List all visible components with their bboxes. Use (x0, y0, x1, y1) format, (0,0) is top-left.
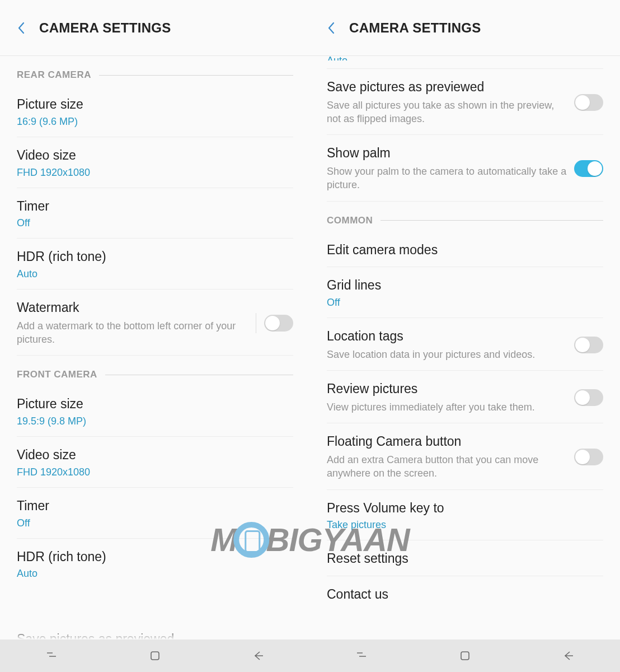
page-title: CAMERA SETTINGS (349, 20, 481, 36)
svg-rect-0 (151, 652, 159, 660)
location-tags-toggle[interactable] (574, 337, 603, 353)
review-pictures-toggle[interactable] (574, 389, 603, 406)
row-grid-lines[interactable]: Grid linesOff (327, 267, 603, 318)
recents-button[interactable] (45, 649, 58, 662)
row-show-palm[interactable]: Show palmShow your palm to the camera to… (327, 135, 603, 201)
back-nav-button[interactable] (562, 649, 575, 662)
row-location-tags[interactable]: Location tagsSave location data in your … (327, 318, 603, 371)
nav-bar (0, 640, 620, 672)
row-picture-size-rear[interactable]: Picture size16:9 (9.6 MP) (17, 86, 293, 137)
row-contact-us[interactable]: Contact us (327, 576, 603, 612)
row-video-size-front[interactable]: Video sizeFHD 1920x1080 (17, 437, 293, 488)
right-screen: CAMERA SETTINGS Auto Save pictures as pr… (310, 0, 620, 640)
row-review-pictures[interactable]: Review picturesView pictures immediately… (327, 371, 603, 423)
row-timer-rear[interactable]: TimerOff (17, 188, 293, 239)
partial-row-bottom[interactable]: Save pictures as previewed (0, 623, 310, 640)
row-picture-size-front[interactable]: Picture size19.5:9 (9.8 MP) (17, 386, 293, 437)
back-button[interactable] (16, 19, 27, 37)
row-volume-key[interactable]: Press Volume key toTake pictures (327, 490, 603, 541)
floating-button-toggle[interactable] (574, 449, 603, 465)
watermark-toggle[interactable] (264, 315, 293, 332)
header: CAMERA SETTINGS (310, 0, 620, 56)
svg-rect-1 (461, 652, 469, 660)
section-common: COMMON (327, 202, 603, 232)
partial-row-top[interactable]: Auto (310, 55, 620, 60)
section-front-camera: FRONT CAMERA (17, 356, 293, 386)
row-save-previewed[interactable]: Save pictures as previewedSave all pictu… (327, 68, 603, 135)
row-edit-modes[interactable]: Edit camera modes (327, 232, 603, 268)
row-watermark[interactable]: WatermarkAdd a watermark to the bottom l… (17, 290, 293, 356)
recents-button[interactable] (355, 649, 368, 662)
page-title: CAMERA SETTINGS (39, 20, 171, 36)
chevron-left-icon (327, 21, 335, 35)
back-nav-button[interactable] (252, 649, 265, 662)
home-button[interactable] (458, 649, 472, 662)
show-palm-toggle[interactable] (574, 160, 603, 177)
back-button[interactable] (326, 19, 337, 37)
row-hdr-rear[interactable]: HDR (rich tone)Auto (17, 239, 293, 290)
row-hdr-front[interactable]: HDR (rich tone)Auto (17, 539, 293, 589)
left-screen: CAMERA SETTINGS REAR CAMERA Picture size… (0, 0, 310, 640)
home-button[interactable] (148, 649, 162, 662)
row-floating-button[interactable]: Floating Camera buttonAdd an extra Camer… (327, 423, 603, 489)
header: CAMERA SETTINGS (0, 0, 310, 56)
row-reset-settings[interactable]: Reset settings (327, 540, 603, 576)
section-rear-camera: REAR CAMERA (17, 56, 293, 86)
row-video-size-rear[interactable]: Video sizeFHD 1920x1080 (17, 137, 293, 188)
chevron-left-icon (17, 21, 25, 35)
save-previewed-toggle[interactable] (574, 94, 603, 111)
row-timer-front[interactable]: TimerOff (17, 488, 293, 539)
